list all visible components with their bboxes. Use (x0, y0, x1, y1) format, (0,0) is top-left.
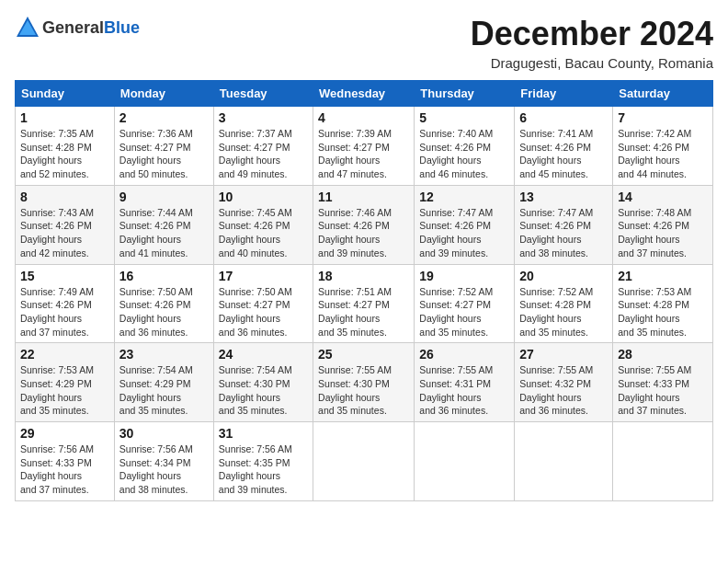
day-detail: Sunrise: 7:53 AMSunset: 4:28 PMDaylight … (618, 286, 691, 338)
day-detail: Sunrise: 7:55 AMSunset: 4:32 PMDaylight … (519, 364, 593, 416)
logo: GeneralBlue (15, 15, 140, 40)
day-cell-13: 13 Sunrise: 7:47 AMSunset: 4:26 PMDaylig… (515, 185, 613, 264)
day-number: 16 (119, 269, 209, 283)
day-detail: Sunrise: 7:47 AMSunset: 4:26 PMDaylight … (419, 207, 493, 259)
day-number: 20 (519, 269, 608, 283)
day-cell-3: 3 Sunrise: 7:37 AMSunset: 4:27 PMDayligh… (213, 107, 313, 186)
day-cell-28: 28 Sunrise: 7:55 AMSunset: 4:33 PMDaylig… (613, 343, 713, 422)
header: GeneralBlue December 2024 Dragugesti, Ba… (15, 15, 713, 71)
day-detail: Sunrise: 7:43 AMSunset: 4:26 PMDaylight … (20, 207, 94, 259)
day-number: 8 (20, 190, 109, 204)
day-number: 28 (618, 347, 708, 362)
day-number: 23 (119, 347, 209, 362)
calendar-week-row: 29 Sunrise: 7:56 AMSunset: 4:33 PMDaylig… (16, 422, 713, 501)
day-cell-24: 24 Sunrise: 7:54 AMSunset: 4:30 PMDaylig… (213, 343, 313, 422)
day-number: 6 (519, 110, 608, 125)
day-detail: Sunrise: 7:54 AMSunset: 4:30 PMDaylight … (219, 364, 292, 416)
day-cell-1: 1 Sunrise: 7:35 AMSunset: 4:28 PMDayligh… (16, 107, 115, 186)
day-cell-19: 19 Sunrise: 7:52 AMSunset: 4:27 PMDaylig… (415, 264, 515, 343)
day-cell-12: 12 Sunrise: 7:47 AMSunset: 4:26 PMDaylig… (415, 185, 515, 264)
day-detail: Sunrise: 7:46 AMSunset: 4:26 PMDaylight … (318, 207, 392, 259)
day-detail: Sunrise: 7:52 AMSunset: 4:27 PMDaylight … (419, 286, 493, 338)
day-number: 14 (618, 190, 708, 204)
col-saturday: Saturday (613, 81, 713, 107)
day-detail: Sunrise: 7:35 AMSunset: 4:28 PMDaylight … (20, 128, 94, 179)
day-detail: Sunrise: 7:45 AMSunset: 4:26 PMDaylight … (219, 207, 292, 259)
day-number: 22 (20, 347, 109, 362)
col-tuesday: Tuesday (213, 81, 313, 107)
calendar-week-row: 22 Sunrise: 7:53 AMSunset: 4:29 PMDaylig… (16, 343, 713, 422)
day-cell-5: 5 Sunrise: 7:40 AMSunset: 4:26 PMDayligh… (415, 107, 515, 186)
day-cell-6: 6 Sunrise: 7:41 AMSunset: 4:26 PMDayligh… (515, 107, 613, 186)
empty-cell (515, 422, 613, 501)
day-cell-10: 10 Sunrise: 7:45 AMSunset: 4:26 PMDaylig… (213, 185, 313, 264)
day-cell-16: 16 Sunrise: 7:50 AMSunset: 4:26 PMDaylig… (114, 264, 213, 343)
day-cell-27: 27 Sunrise: 7:55 AMSunset: 4:32 PMDaylig… (515, 343, 613, 422)
day-detail: Sunrise: 7:53 AMSunset: 4:29 PMDaylight … (20, 364, 94, 416)
day-number: 4 (318, 110, 409, 125)
calendar-table: Sunday Monday Tuesday Wednesday Thursday… (15, 80, 713, 501)
day-cell-29: 29 Sunrise: 7:56 AMSunset: 4:33 PMDaylig… (16, 422, 115, 501)
day-number: 18 (318, 269, 409, 283)
calendar-header-row: Sunday Monday Tuesday Wednesday Thursday… (16, 81, 713, 107)
empty-cell (613, 422, 713, 501)
day-number: 29 (20, 426, 109, 441)
day-cell-4: 4 Sunrise: 7:39 AMSunset: 4:27 PMDayligh… (313, 107, 415, 186)
day-number: 12 (419, 190, 509, 204)
day-number: 31 (219, 426, 308, 441)
day-number: 30 (119, 426, 209, 441)
day-detail: Sunrise: 7:48 AMSunset: 4:26 PMDaylight … (618, 207, 691, 259)
day-detail: Sunrise: 7:56 AMSunset: 4:34 PMDaylight … (119, 443, 193, 495)
calendar-week-row: 15 Sunrise: 7:49 AMSunset: 4:26 PMDaylig… (16, 264, 713, 343)
day-detail: Sunrise: 7:36 AMSunset: 4:27 PMDaylight … (119, 128, 193, 179)
day-detail: Sunrise: 7:47 AMSunset: 4:26 PMDaylight … (519, 207, 593, 259)
day-cell-22: 22 Sunrise: 7:53 AMSunset: 4:29 PMDaylig… (16, 343, 115, 422)
day-detail: Sunrise: 7:44 AMSunset: 4:26 PMDaylight … (119, 207, 193, 259)
empty-cell (313, 422, 415, 501)
day-number: 9 (119, 190, 209, 204)
day-cell-25: 25 Sunrise: 7:55 AMSunset: 4:30 PMDaylig… (313, 343, 415, 422)
day-cell-18: 18 Sunrise: 7:51 AMSunset: 4:27 PMDaylig… (313, 264, 415, 343)
page-container: GeneralBlue December 2024 Dragugesti, Ba… (15, 15, 713, 501)
day-detail: Sunrise: 7:50 AMSunset: 4:26 PMDaylight … (119, 286, 193, 338)
day-detail: Sunrise: 7:52 AMSunset: 4:28 PMDaylight … (519, 286, 593, 338)
day-detail: Sunrise: 7:50 AMSunset: 4:27 PMDaylight … (219, 286, 292, 338)
day-number: 27 (519, 347, 608, 362)
day-cell-8: 8 Sunrise: 7:43 AMSunset: 4:26 PMDayligh… (16, 185, 115, 264)
day-detail: Sunrise: 7:40 AMSunset: 4:26 PMDaylight … (419, 128, 493, 179)
day-cell-17: 17 Sunrise: 7:50 AMSunset: 4:27 PMDaylig… (213, 264, 313, 343)
day-number: 21 (618, 269, 708, 283)
day-cell-20: 20 Sunrise: 7:52 AMSunset: 4:28 PMDaylig… (515, 264, 613, 343)
logo-icon (15, 15, 40, 40)
day-cell-9: 9 Sunrise: 7:44 AMSunset: 4:26 PMDayligh… (114, 185, 213, 264)
day-detail: Sunrise: 7:56 AMSunset: 4:33 PMDaylight … (20, 443, 94, 495)
day-number: 3 (219, 110, 308, 125)
day-detail: Sunrise: 7:42 AMSunset: 4:26 PMDaylight … (618, 128, 691, 179)
day-cell-11: 11 Sunrise: 7:46 AMSunset: 4:26 PMDaylig… (313, 185, 415, 264)
day-number: 7 (618, 110, 708, 125)
day-number: 2 (119, 110, 209, 125)
day-detail: Sunrise: 7:49 AMSunset: 4:26 PMDaylight … (20, 286, 94, 338)
calendar-week-row: 1 Sunrise: 7:35 AMSunset: 4:28 PMDayligh… (16, 107, 713, 186)
col-wednesday: Wednesday (313, 81, 415, 107)
day-detail: Sunrise: 7:37 AMSunset: 4:27 PMDaylight … (219, 128, 292, 179)
calendar-body: 1 Sunrise: 7:35 AMSunset: 4:28 PMDayligh… (16, 107, 713, 501)
col-sunday: Sunday (16, 81, 115, 107)
col-friday: Friday (515, 81, 613, 107)
day-detail: Sunrise: 7:51 AMSunset: 4:27 PMDaylight … (318, 286, 392, 338)
day-number: 15 (20, 269, 109, 283)
day-cell-23: 23 Sunrise: 7:54 AMSunset: 4:29 PMDaylig… (114, 343, 213, 422)
location-subtitle: Dragugesti, Bacau County, Romania (471, 55, 713, 71)
day-number: 26 (419, 347, 509, 362)
day-number: 25 (318, 347, 409, 362)
day-number: 19 (419, 269, 509, 283)
day-cell-30: 30 Sunrise: 7:56 AMSunset: 4:34 PMDaylig… (114, 422, 213, 501)
col-thursday: Thursday (415, 81, 515, 107)
day-number: 1 (20, 110, 109, 125)
day-number: 5 (419, 110, 509, 125)
day-cell-7: 7 Sunrise: 7:42 AMSunset: 4:26 PMDayligh… (613, 107, 713, 186)
empty-cell (415, 422, 515, 501)
day-cell-2: 2 Sunrise: 7:36 AMSunset: 4:27 PMDayligh… (114, 107, 213, 186)
day-number: 24 (219, 347, 308, 362)
title-block: December 2024 Dragugesti, Bacau County, … (471, 15, 713, 71)
